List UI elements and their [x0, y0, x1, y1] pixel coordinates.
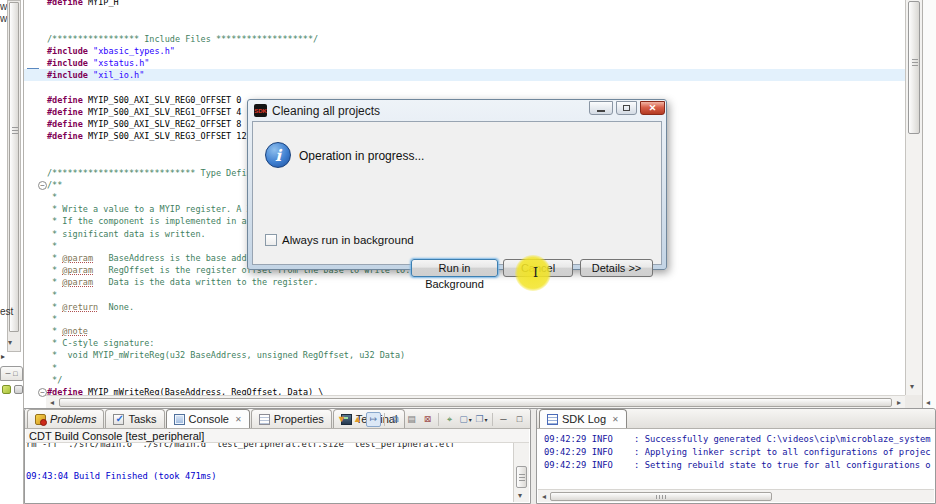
tab-close-icon[interactable]: ✕	[612, 415, 619, 424]
code-line[interactable]: *	[47, 313, 905, 325]
scroll-left-icon[interactable]: ◂	[46, 398, 58, 407]
code-line[interactable]: * @return None.	[47, 301, 905, 313]
always-run-in-background-option: Always run in background	[265, 234, 414, 246]
tab-tasks[interactable]: Tasks	[105, 409, 164, 428]
copy-build-log-button[interactable]: ⧉	[388, 412, 403, 427]
next-error-button[interactable]: ▼	[334, 412, 349, 427]
dropdown-arrow-icon[interactable]: ▾	[485, 416, 488, 423]
code-token: *	[47, 253, 62, 263]
code-token: @param	[62, 265, 93, 275]
sdk-log-tabs: SDK Log✕	[539, 409, 628, 428]
sdk-log-output[interactable]: 09:42:29 INFO : Successfully generated C…	[538, 429, 934, 489]
code-token: */	[47, 375, 62, 385]
scroll-left-icon[interactable]: ◂	[538, 492, 550, 501]
open-console-button[interactable]: ❐▾	[474, 412, 489, 427]
code-line[interactable]: * C-style signature:	[47, 337, 905, 349]
editor-marker-ruler[interactable]	[24, 0, 46, 396]
maximize-icon	[623, 105, 630, 111]
clear-console-icon: ⊠	[424, 414, 432, 424]
code-line[interactable]: #include "xil_io.h"	[24, 69, 905, 81]
console-vertical-scrollbar[interactable]: ▾	[513, 443, 529, 502]
editor-vertical-scrollbar[interactable]: ▾	[905, 0, 922, 396]
scroll-down-icon[interactable]: ▾	[518, 491, 522, 500]
sdklog-icon	[547, 414, 558, 425]
console-icon	[174, 414, 185, 425]
maximize-view-button[interactable]: □	[512, 412, 527, 427]
details-button[interactable]: Details >>	[580, 259, 653, 277]
minimize-button[interactable]	[589, 101, 613, 115]
console-vscroll-thumb[interactable]	[516, 466, 527, 488]
expand-arrow-icon[interactable]: ▸	[1, 352, 5, 361]
progress-dialog: SDK Cleaning all projects ✕ i Operation …	[247, 99, 667, 270]
code-token: /**	[47, 180, 62, 190]
code-line[interactable]	[47, 20, 905, 32]
editor-horizontal-scrollbar[interactable]: ◂ ▸	[46, 395, 905, 408]
code-token: Data is the data written to the register…	[93, 277, 318, 287]
code-token: * significant data is written.	[47, 229, 206, 239]
code-line[interactable]: * @note	[47, 325, 905, 337]
code-token: MYIP_S00_AXI_SLV_REG0_OFFSET 0	[83, 95, 242, 105]
show-error-in-editor-button[interactable]: ↦	[366, 412, 381, 427]
maximize-button[interactable]	[616, 101, 637, 115]
maximize-view-icon[interactable]: □	[13, 370, 17, 377]
code-line[interactable]: #define MYIP_H	[47, 0, 905, 8]
close-button[interactable]: ✕	[640, 101, 665, 115]
sdk-log-hscroll-thumb[interactable]	[550, 492, 772, 501]
code-line[interactable]	[47, 8, 905, 20]
scrollbar-grip	[656, 495, 666, 499]
scroll-down-icon[interactable]: ▾	[8, 338, 12, 347]
display-selected-console-button[interactable]: ▢▾	[458, 412, 473, 427]
code-token: *	[47, 241, 57, 251]
code-token: *	[47, 265, 62, 275]
code-token: #include	[47, 58, 88, 68]
tab-console[interactable]: Console✕	[166, 409, 250, 428]
code-token: /***************** Include Files *******…	[47, 34, 318, 44]
scroll-down-icon[interactable]: ▾	[910, 382, 914, 391]
tab-sdk-log[interactable]: SDK Log✕	[539, 409, 627, 428]
scroll-lock-button[interactable]: ▤	[404, 412, 419, 427]
toolbar-separator	[438, 413, 439, 426]
dropdown-arrow-icon[interactable]: ▾	[469, 416, 472, 423]
code-line[interactable]: #include "xbasic_types.h"	[47, 45, 905, 57]
code-token: #define	[47, 95, 83, 105]
minimized-view-titlebar: ─ □	[0, 366, 23, 381]
dialog-message: Operation in progress...	[299, 149, 424, 163]
console-toolbar: ▼▲↦⧉▤⊠⌖▢▾❐▾─□	[334, 411, 527, 427]
dialog-title: Cleaning all projects	[272, 104, 380, 118]
fast-view-icon[interactable]	[2, 385, 11, 394]
code-line[interactable]: * void MYIP_mWriteReg(u32 BaseAddress, u…	[47, 349, 905, 361]
fold-collapse-icon[interactable]: −	[38, 181, 47, 190]
minimize-view-icon[interactable]: ─	[5, 370, 10, 377]
tab-properties[interactable]: Properties	[251, 409, 332, 428]
tab-close-icon[interactable]: ✕	[235, 415, 242, 424]
code-line[interactable]: #include "xstatus.h"	[47, 57, 905, 69]
scroll-right-icon[interactable]: ▸	[893, 398, 905, 407]
pin-console-icon: ⌖	[447, 414, 452, 425]
show-error-in-editor-icon: ↦	[370, 414, 378, 424]
sdk-log-horizontal-scrollbar[interactable]: ◂	[538, 489, 934, 502]
info-icon: i	[265, 142, 291, 168]
left-view-scrollbar-thumb[interactable]	[9, 2, 19, 332]
code-token: *	[47, 326, 62, 336]
toolbar-separator	[492, 413, 493, 426]
console-output[interactable]: rm -rf ./src/main.o ./src/main.d test_pe…	[26, 443, 512, 502]
code-line[interactable]: /***************** Include Files *******…	[47, 33, 905, 45]
editor-hscroll-thumb[interactable]	[59, 398, 892, 407]
run-in-background-button[interactable]: Run in Background	[411, 259, 498, 277]
code-line[interactable]: *	[47, 362, 905, 374]
minimize-view-button[interactable]: ─	[496, 412, 511, 427]
open-console-icon: ❐	[475, 414, 483, 424]
tab-problems[interactable]: Problems	[27, 409, 104, 428]
clear-console-button[interactable]: ⊠	[420, 412, 435, 427]
fast-view-icon[interactable]	[14, 385, 23, 394]
previous-error-button[interactable]: ▲	[350, 412, 365, 427]
code-line[interactable]: */	[47, 374, 905, 386]
editor-vscroll-thumb[interactable]	[908, 1, 920, 134]
previous-error-icon: ▲	[353, 414, 362, 424]
code-token: @param	[62, 253, 93, 263]
scroll-left-icon[interactable]: ◂	[926, 398, 930, 407]
left-view-scrollbar[interactable]	[7, 0, 21, 352]
always-run-checkbox[interactable]	[265, 234, 277, 246]
pin-console-button[interactable]: ⌖	[442, 412, 457, 427]
code-line[interactable]	[47, 81, 905, 93]
